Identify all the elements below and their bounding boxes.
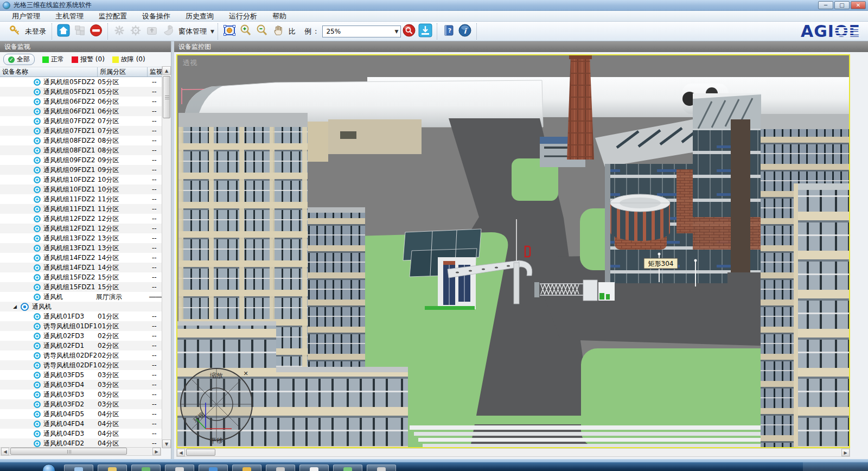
scroll-left-arrow[interactable]: ◀ (1, 448, 9, 455)
taskbar-button[interactable] (299, 464, 329, 471)
zoom-region-button[interactable] (221, 24, 238, 39)
taskbar-button[interactable] (165, 464, 194, 471)
device-row[interactable]: 通风机04FD3 04分区 -- (0, 429, 162, 438)
taskbar-button[interactable] (266, 464, 295, 471)
device-row[interactable]: 通风机组13FDZ2 13分区 -- (0, 233, 162, 243)
window-manage-dropdown-arrow[interactable]: ▼ (210, 29, 214, 34)
column-zone[interactable]: 所属分区 (98, 67, 148, 77)
viewport-horizontal-scroll-thumb[interactable] (186, 449, 215, 456)
export-button[interactable] (417, 24, 433, 39)
menu-item[interactable]: 设备操作 (135, 11, 178, 22)
status-filter[interactable]: ✓ 全部 (3, 54, 35, 65)
horizontal-scroll-thumb[interactable] (10, 448, 127, 455)
taskbar-button[interactable] (64, 464, 93, 471)
stop-button[interactable] (88, 24, 104, 39)
device-row[interactable]: 通风机组15FDZ2 15分区 -- (0, 272, 162, 282)
device-row[interactable]: 诱导风机组01DF1 01分区 -- (0, 321, 162, 331)
device-row[interactable]: 通风机组11FDZ1 11分区 -- (0, 204, 162, 214)
device-row[interactable]: 通风机组06FDZ2 06分区 -- (0, 97, 162, 106)
device-row[interactable]: 通风机组09FDZ2 09分区 -- (0, 155, 162, 165)
start-button[interactable] (42, 464, 55, 471)
device-row[interactable]: 通风机03FD2 03分区 -- (0, 399, 162, 409)
device-row[interactable]: 通风机01FD3 01分区 -- (0, 311, 162, 321)
column-device-name[interactable]: 设备名称 (0, 67, 98, 77)
device-row[interactable]: 通风机02FD3 02分区 -- (0, 331, 162, 341)
cascade-windows-button[interactable] (72, 24, 88, 39)
device-row[interactable]: 诱导风机组02DF1 02分区 -- (0, 360, 162, 370)
device-row[interactable]: 通风机组08FDZ2 08分区 -- (0, 136, 162, 145)
device-row[interactable]: 通风机组06FDZ1 06分区 -- (0, 106, 162, 116)
device-row[interactable]: 通风机组15FDZ1 15分区 -- (0, 282, 162, 292)
status-filter[interactable]: 报警 (0) (72, 55, 105, 64)
login-label[interactable]: 未登录 (25, 27, 46, 36)
device-row[interactable]: 通风机03FD4 03分区 -- (0, 380, 162, 390)
device-row[interactable]: 通风机 展厅演示 ―― (0, 292, 162, 302)
device-row[interactable]: 通风机组07FDZ2 07分区 -- (0, 116, 162, 126)
nav-pan-label[interactable]: 平移 (210, 437, 223, 444)
device-row[interactable]: 通风机组12FDZ1 12分区 -- (0, 224, 162, 233)
device-row[interactable]: 通风机组10FDZ1 10分区 -- (0, 184, 162, 194)
menu-item[interactable]: 历史查询 (178, 11, 221, 22)
taskbar-button[interactable] (98, 464, 127, 471)
help-button[interactable]: ? (441, 24, 457, 39)
login-button[interactable] (7, 24, 23, 39)
vertical-scroll-thumb[interactable] (163, 76, 170, 118)
device-row[interactable]: 通风机03FD3 03分区 -- (0, 390, 162, 399)
device-row[interactable]: 通风机组07FDZ1 07分区 -- (0, 126, 162, 136)
device-row[interactable]: 通风机03FD5 03分区 -- (0, 370, 162, 380)
device-row[interactable]: 通风机组10FDZ2 10分区 -- (0, 175, 162, 184)
scroll-up-arrow[interactable]: ▲ (162, 66, 171, 75)
taskbar-button[interactable] (131, 464, 161, 471)
taskbar-button[interactable] (333, 464, 362, 471)
viewport-scroll-left-arrow[interactable]: ◀ (177, 449, 185, 456)
viewport-scroll-right-arrow[interactable]: ▶ (841, 449, 850, 456)
system-tray[interactable] (803, 462, 868, 471)
maximize-button[interactable]: □ (834, 1, 850, 9)
close-button[interactable]: ✕ (851, 1, 866, 9)
device-row[interactable]: 通风机组12FDZ2 12分区 -- (0, 214, 162, 224)
device-row[interactable]: 通风机组09FDZ1 09分区 -- (0, 165, 162, 175)
device-list-horizontal-scrollbar[interactable]: ◀ ▶ (1, 447, 161, 456)
pie-button[interactable] (160, 24, 176, 39)
menu-item[interactable]: 运行分析 (221, 11, 265, 22)
device-row[interactable]: 通风机组05FDZ2 05分区 -- (0, 77, 162, 87)
3d-viewport[interactable]: 缩放 ✕ 环视 平移 矩形304 (176, 54, 850, 448)
menu-item[interactable]: 帮助 (265, 11, 294, 22)
scale-combobox[interactable]: 25% ▼ (322, 26, 401, 37)
device-row[interactable]: 通风机02FD1 02分区 -- (0, 341, 162, 351)
scroll-right-arrow[interactable]: ▶ (152, 448, 161, 455)
device-group-row[interactable]: ◢通风机 (0, 302, 162, 311)
menu-item[interactable]: 监控配置 (91, 11, 135, 22)
archive-button[interactable] (144, 24, 160, 39)
device-row[interactable]: 通风机04FD5 04分区 -- (0, 409, 162, 419)
fan-button[interactable] (111, 24, 127, 39)
device-row[interactable]: 通风机组11FDZ2 11分区 -- (0, 194, 162, 204)
nav-close-icon[interactable]: ✕ (243, 370, 248, 377)
device-list-vertical-scrollbar[interactable]: ▲ ▼ (162, 66, 171, 448)
device-row[interactable]: 通风机04FD4 04分区 -- (0, 419, 162, 429)
home-button[interactable] (55, 24, 72, 39)
device-row[interactable]: 通风机组14FDZ1 14分区 -- (0, 263, 162, 272)
gear-button[interactable] (127, 24, 144, 39)
minimize-button[interactable]: ─ (818, 1, 833, 9)
zoom-in-button[interactable] (238, 24, 254, 39)
status-filter[interactable]: 正常 (42, 55, 64, 64)
menu-item[interactable]: 主机管理 (48, 11, 91, 22)
window-manage-label[interactable]: 窗体管理 (178, 27, 207, 36)
combo-arrow-icon[interactable]: ▼ (395, 29, 399, 34)
viewport-horizontal-scrollbar[interactable]: ◀ ▶ (176, 448, 850, 457)
device-row[interactable]: 通风机组08FDZ1 08分区 -- (0, 145, 162, 155)
apply-scale-button[interactable] (401, 24, 417, 39)
about-button[interactable]: i (457, 24, 473, 39)
pan-button[interactable] (270, 24, 286, 39)
scroll-down-arrow[interactable]: ▼ (162, 440, 171, 448)
nav-zoom-label[interactable]: 缩放 (210, 372, 223, 379)
taskbar-button[interactable] (367, 464, 396, 471)
device-row[interactable]: 通风机组05FDZ1 05分区 -- (0, 87, 162, 97)
menu-item[interactable]: 用户管理 (4, 11, 48, 22)
zoom-out-button[interactable] (254, 24, 270, 39)
device-row[interactable]: 诱导风机组02DF2 02分区 -- (0, 351, 162, 360)
device-row[interactable]: 通风机组13FDZ1 13分区 -- (0, 243, 162, 253)
taskbar-button[interactable] (232, 464, 261, 471)
expand-arrow-icon[interactable]: ◢ (13, 304, 20, 309)
